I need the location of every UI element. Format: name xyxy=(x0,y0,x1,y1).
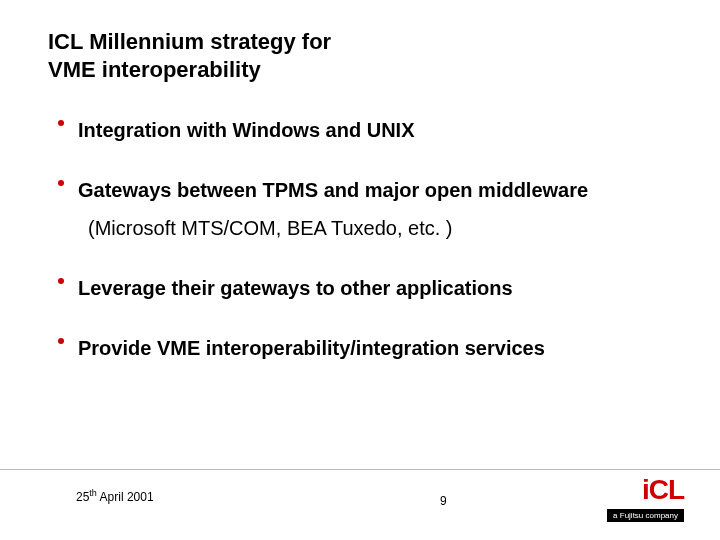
bullet-item: Integration with Windows and UNIX xyxy=(58,111,680,149)
bullet-text: Leverage their gateways to other applica… xyxy=(78,269,513,307)
bullet-icon xyxy=(58,338,64,344)
bullet-item: Gateways between TPMS and major open mid… xyxy=(58,171,680,209)
bullet-text: Integration with Windows and UNIX xyxy=(78,111,414,149)
bullet-item: Leverage their gateways to other applica… xyxy=(58,269,680,307)
slide: ICL Millennium strategy for VME interope… xyxy=(0,0,720,540)
slide-content: Integration with Windows and UNIX Gatewa… xyxy=(48,111,680,367)
page-number: 9 xyxy=(440,494,447,508)
footer-date: 25th April 2001 xyxy=(76,488,154,504)
footer-divider xyxy=(0,469,720,470)
bullet-text: Provide VME interoperability/integration… xyxy=(78,329,545,367)
bullet-icon xyxy=(58,180,64,186)
bullet-icon xyxy=(58,278,64,284)
date-rest: April 2001 xyxy=(97,490,154,504)
bullet-icon xyxy=(58,120,64,126)
slide-title: ICL Millennium strategy for VME interope… xyxy=(48,28,680,83)
date-day: 25 xyxy=(76,490,89,504)
date-suffix: th xyxy=(89,488,97,498)
bullet-subtext: (Microsoft MTS/COM, BEA Tuxedo, etc. ) xyxy=(88,209,680,247)
logo-tagline: a Fujitsu company xyxy=(607,509,684,522)
bullet-item: Provide VME interoperability/integration… xyxy=(58,329,680,367)
title-line-1: ICL Millennium strategy for xyxy=(48,29,331,54)
logo-text: iCL xyxy=(607,476,684,504)
bullet-text: Gateways between TPMS and major open mid… xyxy=(78,171,588,209)
title-line-2: VME interoperability xyxy=(48,57,261,82)
footer-logo: iCL a Fujitsu company xyxy=(607,476,684,522)
